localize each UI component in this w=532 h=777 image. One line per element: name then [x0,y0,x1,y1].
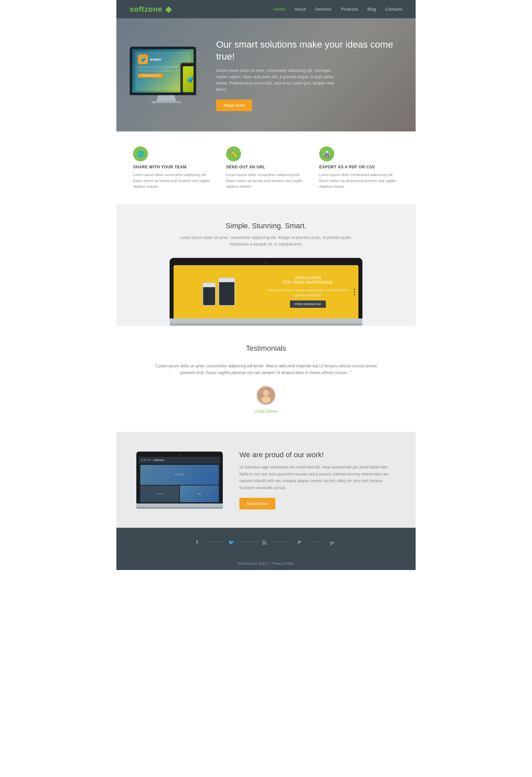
feature-share-body: Lorem ipsum dolor consectetur adipiscing… [133,172,213,190]
proud-cta-button[interactable]: Read More [239,498,275,510]
avatar-image [258,387,274,404]
social-divider-3 [272,542,292,542]
laptop-screen-right: APPLICATION FOR YOUR SMARTPHONE Maes var… [257,275,352,308]
nav-dot-3 [146,459,148,461]
nav-blog[interactable]: Blog [367,7,376,12]
proud-brand-label: software [153,459,164,461]
feature-export-body: Lorem ipsum dolor consectetur adipiscing… [319,172,399,190]
footer-social-bar: f 🐦 P g+ [116,528,416,556]
svg-text:f: f [196,539,198,545]
proud-laptop: software PHOTO PEOPLE img [136,452,223,509]
hero-content: 🧳 BUMBO DOWNLOAD NOW 🧳 [130,38,402,111]
footer-bottom-bar: Softzone (c) 2014 | Privacy Policy [116,556,416,570]
facebook-icon: f [193,538,201,546]
feature-url-body: Lorem ipsum dolor consectetur adipiscing… [226,172,306,190]
logo-diamond-icon [165,6,172,13]
twitter-link[interactable]: 🐦 [224,538,238,546]
proud-laptop-base [136,507,223,509]
testimonial-avatar [256,385,276,405]
rss-icon [261,538,269,546]
share-icon: 🌐 [133,146,148,161]
laptop-base [169,323,363,326]
hero-body: Lorem ipsum dolor sit amet, consectetur … [216,68,343,93]
export-icon: 🖨️ [319,146,334,161]
proud-body: Ut telloribus eget elemetum vel curleif … [239,464,396,491]
nav-services[interactable]: Services [315,7,331,12]
testimonial-quote: "Lorem ipsum dolor sit amet, consectetur… [153,363,379,376]
facebook-link[interactable]: f [190,538,204,546]
free-download-button[interactable]: FREE DOWNLOAD [290,301,326,308]
hero-section: 🧳 BUMBO DOWNLOAD NOW 🧳 [116,18,416,131]
privacy-policy-link[interactable]: Privacy Policy [272,561,294,565]
proud-laptop-bottom [136,504,223,507]
laptop-bottom-bezel [169,318,363,323]
testimonials-heading: Testimonials [136,344,396,353]
nav-dot-4 [149,459,151,461]
svg-point-2 [261,396,271,403]
pinterest-link[interactable]: P [292,538,306,546]
hero-cta-button[interactable]: Read more [216,100,252,111]
feature-share: 🌐 SHARE WITH YOUR TEAM Lorem ipsum dolor… [133,146,213,190]
nav-about[interactable]: About [295,7,306,12]
nav-dot-1 [141,459,143,461]
svg-text:g+: g+ [330,540,335,545]
nav-contacts[interactable]: Contacts [385,7,402,12]
proud-img-3: img [180,485,219,502]
svg-text:🐦: 🐦 [229,540,234,545]
proud-heading: We are proud of our work! [239,451,396,459]
svg-point-6 [262,543,264,545]
social-divider-4 [306,542,326,542]
nav-dot-2 [144,459,145,461]
monitor-frame: 🧳 BUMBO DOWNLOAD NOW 🧳 [130,46,196,95]
hero-mockup: 🧳 BUMBO DOWNLOAD NOW 🧳 [130,46,203,103]
phone-screen: 🧳 [183,66,194,92]
social-divider-2 [238,542,258,542]
monitor-screen: 🧳 BUMBO DOWNLOAD NOW 🧳 [132,49,193,93]
nav-products[interactable]: Products [341,7,358,12]
laptop-screen-left [180,278,257,306]
svg-point-1 [263,390,269,396]
proud-label-2: PEOPLE [156,493,164,495]
site-footer: f 🐦 P g+ S [116,528,416,570]
proud-section: software PHOTO PEOPLE img We are proud [116,432,416,528]
feature-share-title: SHARE WITH YOUR TEAM [133,165,186,170]
logo-s: s [130,5,134,13]
svg-text:P: P [298,539,301,545]
rss-link[interactable] [258,538,272,546]
hero-text-block: Our smart solutions make your ideas come… [216,38,402,111]
main-nav: Home About Services Products Blog Contac… [274,7,402,12]
copyright-text: Softzone (c) 2014 [238,561,267,565]
hero-heading: Our smart solutions make your ideas come… [216,38,402,63]
feature-export-title: EXPORT AS A PDF OR CSV [319,165,375,170]
testimonial-name: Linda Green [136,409,396,414]
proud-img-2: PEOPLE [140,485,179,502]
proud-laptop-screen: software PHOTO PEOPLE img [139,457,220,504]
laptop-body: APPLICATION FOR YOUR SMARTPHONE Maes var… [169,258,363,318]
feature-export: 🖨️ EXPORT AS A PDF OR CSV Lorem ipsum do… [319,146,399,190]
nav-home[interactable]: Home [274,7,285,12]
device-mockup-2 [219,278,235,306]
app-icon: 🧳 [138,54,148,64]
google-plus-icon: g+ [329,538,339,546]
dots-decoration [354,289,355,295]
app-showcase-body: Maes varlie hel fauci encoset vegerco al… [264,288,352,298]
site-logo[interactable]: softzone [130,5,171,14]
photo-label: PHOTO [175,473,184,476]
pinterest-icon: P [295,538,302,546]
proud-content-grid: PHOTO PEOPLE img [139,463,220,504]
showcase-section: Simple. Stunning. Smart. Lorem ipsum dol… [116,205,416,326]
showcase-heading: Simple. Stunning. Smart. [130,222,402,230]
twitter-icon: 🐦 [228,538,235,546]
url-icon: ✏️ [226,146,241,161]
social-divider-1 [204,542,224,542]
feature-url: ✏️ SEND OUT AN URL Lorem ipsum dolor con… [226,146,306,190]
laptop-screen: APPLICATION FOR YOUR SMARTPHONE Maes var… [173,265,359,318]
app-title-text: BUMBO [150,58,161,61]
laptop-camera [265,262,267,264]
google-plus-link[interactable]: g+ [326,538,342,546]
proud-laptop-body: software PHOTO PEOPLE img [136,452,223,504]
features-section: 🌐 SHARE WITH YOUR TEAM Lorem ipsum dolor… [116,131,416,205]
app-showcase-title: APPLICATION FOR YOUR SMARTPHONE [264,275,352,285]
device-mockup-1 [203,283,216,306]
showcase-subtext: Lorem ipsum dolor sit amet, consectetur … [130,234,402,248]
